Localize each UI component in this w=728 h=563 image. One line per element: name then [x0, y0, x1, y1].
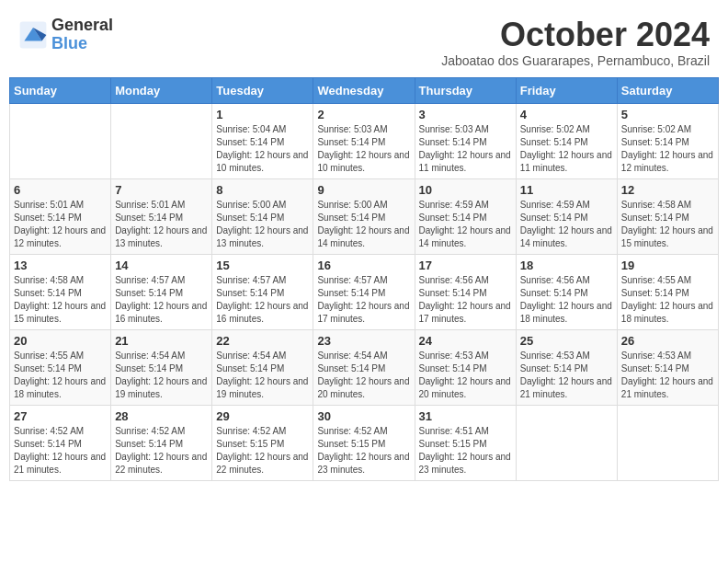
- day-number: 4: [520, 108, 613, 121]
- calendar-cell: 29Sunrise: 4:52 AM Sunset: 5:15 PM Dayli…: [212, 405, 313, 480]
- day-info: Sunrise: 4:56 AM Sunset: 5:14 PM Dayligh…: [419, 274, 512, 326]
- calendar-cell: 3Sunrise: 5:03 AM Sunset: 5:14 PM Daylig…: [415, 103, 516, 178]
- day-number: 31: [419, 409, 512, 423]
- calendar-header-thursday: Thursday: [415, 77, 516, 103]
- day-number: 27: [14, 409, 107, 423]
- calendar-cell: [111, 103, 212, 178]
- calendar-cell: 26Sunrise: 4:53 AM Sunset: 5:14 PM Dayli…: [617, 329, 718, 405]
- day-number: 8: [216, 183, 309, 197]
- day-number: 23: [317, 334, 410, 348]
- day-info: Sunrise: 4:55 AM Sunset: 5:14 PM Dayligh…: [14, 350, 107, 401]
- calendar-week-2: 6Sunrise: 5:01 AM Sunset: 5:14 PM Daylig…: [10, 178, 719, 254]
- calendar-cell: 22Sunrise: 4:54 AM Sunset: 5:14 PM Dayli…: [212, 329, 313, 405]
- day-number: 3: [419, 108, 512, 121]
- calendar-table: SundayMondayTuesdayWednesdayThursdayFrid…: [9, 77, 719, 481]
- day-number: 14: [115, 259, 208, 272]
- day-info: Sunrise: 4:58 AM Sunset: 5:14 PM Dayligh…: [14, 274, 107, 326]
- calendar-cell: 25Sunrise: 4:53 AM Sunset: 5:14 PM Dayli…: [516, 329, 617, 405]
- day-info: Sunrise: 4:53 AM Sunset: 5:14 PM Dayligh…: [419, 350, 512, 401]
- calendar-cell: 7Sunrise: 5:01 AM Sunset: 5:14 PM Daylig…: [111, 178, 212, 254]
- calendar-header-row: SundayMondayTuesdayWednesdayThursdayFrid…: [10, 77, 719, 103]
- day-number: 26: [621, 334, 714, 348]
- day-info: Sunrise: 4:59 AM Sunset: 5:14 PM Dayligh…: [520, 199, 613, 250]
- day-number: 11: [520, 183, 613, 197]
- day-info: Sunrise: 4:55 AM Sunset: 5:14 PM Dayligh…: [621, 274, 714, 326]
- calendar-cell: 24Sunrise: 4:53 AM Sunset: 5:14 PM Dayli…: [415, 329, 516, 405]
- day-info: Sunrise: 4:54 AM Sunset: 5:14 PM Dayligh…: [216, 350, 309, 401]
- logo: General Blue: [18, 17, 113, 53]
- day-info: Sunrise: 4:54 AM Sunset: 5:14 PM Dayligh…: [317, 350, 410, 401]
- calendar-cell: 4Sunrise: 5:02 AM Sunset: 5:14 PM Daylig…: [516, 103, 617, 178]
- day-info: Sunrise: 5:01 AM Sunset: 5:14 PM Dayligh…: [14, 199, 107, 250]
- calendar-body: 1Sunrise: 5:04 AM Sunset: 5:14 PM Daylig…: [10, 103, 719, 480]
- day-info: Sunrise: 4:58 AM Sunset: 5:14 PM Dayligh…: [621, 199, 714, 250]
- day-number: 7: [115, 183, 208, 197]
- day-number: 1: [216, 108, 309, 121]
- calendar-cell: 21Sunrise: 4:54 AM Sunset: 5:14 PM Dayli…: [111, 329, 212, 405]
- calendar-cell: 31Sunrise: 4:51 AM Sunset: 5:15 PM Dayli…: [415, 405, 516, 480]
- calendar-header-wednesday: Wednesday: [313, 77, 415, 103]
- calendar-cell: 28Sunrise: 4:52 AM Sunset: 5:14 PM Dayli…: [111, 405, 212, 480]
- calendar-cell: 5Sunrise: 5:02 AM Sunset: 5:14 PM Daylig…: [617, 103, 718, 178]
- calendar-header-sunday: Sunday: [10, 77, 111, 103]
- day-number: 18: [520, 259, 613, 272]
- logo-blue: Blue: [51, 35, 113, 53]
- page-header: General Blue October 2024 Jaboatao dos G…: [9, 9, 719, 72]
- day-info: Sunrise: 5:04 AM Sunset: 5:14 PM Dayligh…: [216, 123, 309, 175]
- day-info: Sunrise: 4:52 AM Sunset: 5:14 PM Dayligh…: [14, 425, 107, 477]
- logo-icon: [18, 20, 48, 50]
- day-number: 12: [621, 183, 714, 197]
- calendar-cell: 19Sunrise: 4:55 AM Sunset: 5:14 PM Dayli…: [617, 254, 718, 329]
- logo-text: General Blue: [51, 17, 113, 53]
- day-info: Sunrise: 4:57 AM Sunset: 5:14 PM Dayligh…: [317, 274, 410, 326]
- day-info: Sunrise: 4:53 AM Sunset: 5:14 PM Dayligh…: [520, 350, 613, 401]
- day-info: Sunrise: 4:57 AM Sunset: 5:14 PM Dayligh…: [216, 274, 309, 326]
- calendar-cell: 20Sunrise: 4:55 AM Sunset: 5:14 PM Dayli…: [10, 329, 111, 405]
- calendar-cell: [617, 405, 718, 480]
- calendar-cell: 8Sunrise: 5:00 AM Sunset: 5:14 PM Daylig…: [212, 178, 313, 254]
- day-info: Sunrise: 4:52 AM Sunset: 5:15 PM Dayligh…: [216, 425, 309, 477]
- day-info: Sunrise: 4:59 AM Sunset: 5:14 PM Dayligh…: [419, 199, 512, 250]
- day-number: 17: [419, 259, 512, 272]
- day-info: Sunrise: 4:54 AM Sunset: 5:14 PM Dayligh…: [115, 350, 208, 401]
- day-info: Sunrise: 4:51 AM Sunset: 5:15 PM Dayligh…: [419, 425, 512, 477]
- calendar-cell: 12Sunrise: 4:58 AM Sunset: 5:14 PM Dayli…: [617, 178, 718, 254]
- calendar-header-friday: Friday: [516, 77, 617, 103]
- calendar-cell: 23Sunrise: 4:54 AM Sunset: 5:14 PM Dayli…: [313, 329, 415, 405]
- day-number: 16: [317, 259, 410, 272]
- day-number: 15: [216, 259, 309, 272]
- calendar-header-saturday: Saturday: [617, 77, 718, 103]
- day-number: 13: [14, 259, 107, 272]
- calendar-cell: 11Sunrise: 4:59 AM Sunset: 5:14 PM Dayli…: [516, 178, 617, 254]
- day-info: Sunrise: 5:03 AM Sunset: 5:14 PM Dayligh…: [419, 123, 512, 175]
- day-number: 9: [317, 183, 410, 197]
- calendar-cell: 10Sunrise: 4:59 AM Sunset: 5:14 PM Dayli…: [415, 178, 516, 254]
- day-number: 22: [216, 334, 309, 348]
- day-info: Sunrise: 4:57 AM Sunset: 5:14 PM Dayligh…: [115, 274, 208, 326]
- day-number: 5: [621, 108, 714, 121]
- calendar-cell: [516, 405, 617, 480]
- calendar-cell: 17Sunrise: 4:56 AM Sunset: 5:14 PM Dayli…: [415, 254, 516, 329]
- day-number: 6: [14, 183, 107, 197]
- calendar-header-tuesday: Tuesday: [212, 77, 313, 103]
- day-number: 10: [419, 183, 512, 197]
- day-info: Sunrise: 5:01 AM Sunset: 5:14 PM Dayligh…: [115, 199, 208, 250]
- day-info: Sunrise: 5:02 AM Sunset: 5:14 PM Dayligh…: [520, 123, 613, 175]
- calendar-cell: 15Sunrise: 4:57 AM Sunset: 5:14 PM Dayli…: [212, 254, 313, 329]
- subtitle: Jaboatao dos Guararapes, Pernambuco, Bra…: [441, 53, 710, 68]
- title-section: October 2024 Jaboatao dos Guararapes, Pe…: [441, 17, 710, 68]
- day-info: Sunrise: 4:53 AM Sunset: 5:14 PM Dayligh…: [621, 350, 714, 401]
- calendar-week-5: 27Sunrise: 4:52 AM Sunset: 5:14 PM Dayli…: [10, 405, 719, 480]
- day-info: Sunrise: 5:00 AM Sunset: 5:14 PM Dayligh…: [216, 199, 309, 250]
- day-number: 19: [621, 259, 714, 272]
- day-info: Sunrise: 4:52 AM Sunset: 5:14 PM Dayligh…: [115, 425, 208, 477]
- day-number: 21: [115, 334, 208, 348]
- calendar-cell: 9Sunrise: 5:00 AM Sunset: 5:14 PM Daylig…: [313, 178, 415, 254]
- calendar-cell: 1Sunrise: 5:04 AM Sunset: 5:14 PM Daylig…: [212, 103, 313, 178]
- day-number: 25: [520, 334, 613, 348]
- day-number: 30: [317, 409, 410, 423]
- calendar-cell: 18Sunrise: 4:56 AM Sunset: 5:14 PM Dayli…: [516, 254, 617, 329]
- calendar-cell: 13Sunrise: 4:58 AM Sunset: 5:14 PM Dayli…: [10, 254, 111, 329]
- calendar-cell: [10, 103, 111, 178]
- calendar-cell: 2Sunrise: 5:03 AM Sunset: 5:14 PM Daylig…: [313, 103, 415, 178]
